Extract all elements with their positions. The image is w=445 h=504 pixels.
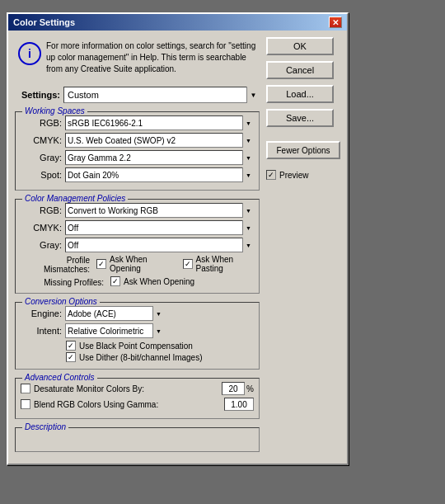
missing-ask-label: Ask When Opening xyxy=(124,277,194,286)
cancel-button[interactable]: Cancel xyxy=(266,61,334,79)
ok-button[interactable]: OK xyxy=(266,37,334,55)
black-point-row: ✓ Use Black Point Compensation xyxy=(21,341,254,351)
title-bar: Color Settings ✕ xyxy=(8,14,347,31)
preview-row: ✓ Preview xyxy=(266,170,340,180)
info-row: i For more information on color settings… xyxy=(15,37,260,78)
policy-cmyk-label: CMYK: xyxy=(21,223,62,233)
desaturate-input[interactable] xyxy=(222,382,245,395)
description-group: Description xyxy=(15,427,260,452)
policy-rgb-row: RGB: Convert to Working RGB ▼ xyxy=(21,203,254,218)
settings-label: Settings: xyxy=(15,90,60,100)
working-spaces-group: Working Spaces RGB: sRGB IEC61966-2.1 ▼ … xyxy=(15,111,260,191)
spot-label: Spot: xyxy=(21,170,62,180)
rgb-select-wrapper: sRGB IEC61966-2.1 ▼ xyxy=(65,115,254,130)
rgb-row: RGB: sRGB IEC61966-2.1 ▼ xyxy=(21,115,254,130)
ask-pasting-checkbox[interactable]: ✓ xyxy=(183,259,193,269)
info-icon: i xyxy=(18,42,41,65)
preview-label: Preview xyxy=(279,171,309,180)
policy-cmyk-row: CMYK: Off ▼ xyxy=(21,220,254,235)
spot-row: Spot: Dot Gain 20% ▼ xyxy=(21,167,254,182)
dither-checkbox[interactable]: ✓ xyxy=(66,352,76,362)
policy-rgb-select[interactable]: Convert to Working RGB xyxy=(65,203,254,218)
engine-wrapper: Adobe (ACE) ▼ xyxy=(65,306,164,321)
black-point-label: Use Black Point Compensation xyxy=(79,341,193,351)
color-settings-dialog: Color Settings ✕ i For more information … xyxy=(7,12,349,465)
color-management-group: Color Management Policies RGB: Convert t… xyxy=(15,199,260,294)
ask-opening-label: Ask When Opening xyxy=(110,255,171,273)
ask-pasting-checkbox-row: ✓ Ask When Pasting xyxy=(183,255,254,273)
intent-wrapper: Relative Colorimetric ▼ xyxy=(65,323,164,338)
working-spaces-label: Working Spaces xyxy=(22,106,87,115)
missing-profiles-label: Missing Profiles: xyxy=(26,278,104,287)
profile-mismatches-row: Profile Mismatches: ✓ Ask When Opening ✓… xyxy=(21,255,254,275)
policy-cmyk-wrapper: Off ▼ xyxy=(65,220,254,235)
dialog-body: i For more information on color settings… xyxy=(8,31,347,464)
black-point-checkbox[interactable]: ✓ xyxy=(66,341,76,351)
intent-select[interactable]: Relative Colorimetric xyxy=(65,323,164,338)
missing-profiles-row: Missing Profiles: ✓ Ask When Opening xyxy=(21,276,254,288)
cmyk-row: CMYK: U.S. Web Coated (SWOP) v2 ▼ xyxy=(21,133,254,148)
right-panel: OK Cancel Load... Save... Fewer Options … xyxy=(266,37,340,457)
intent-row: Intent: Relative Colorimetric ▼ xyxy=(21,323,254,338)
gray-select-wrapper: Gray Gamma 2.2 ▼ xyxy=(65,150,254,165)
conversion-label: Conversion Options xyxy=(22,297,100,306)
engine-select[interactable]: Adobe (ACE) xyxy=(65,306,164,321)
gray-select[interactable]: Gray Gamma 2.2 xyxy=(65,150,254,165)
cmyk-select-wrapper: U.S. Web Coated (SWOP) v2 ▼ xyxy=(65,133,254,148)
blend-input[interactable] xyxy=(224,398,254,411)
cmyk-label: CMYK: xyxy=(21,135,62,145)
desaturate-checkbox[interactable] xyxy=(21,384,30,393)
desaturate-row: Desaturate Monitor Colors By: % xyxy=(21,382,254,395)
gray-row: Gray: Gray Gamma 2.2 ▼ xyxy=(21,150,254,165)
engine-label: Engine: xyxy=(21,309,62,318)
engine-row: Engine: Adobe (ACE) ▼ xyxy=(21,306,254,321)
policy-rgb-label: RGB: xyxy=(21,205,62,215)
cmyk-select[interactable]: U.S. Web Coated (SWOP) v2 xyxy=(65,133,254,148)
spot-select-wrapper: Dot Gain 20% ▼ xyxy=(65,167,254,182)
missing-ask-checkbox-row: ✓ Ask When Opening xyxy=(110,276,194,286)
color-management-label: Color Management Policies xyxy=(22,194,128,203)
left-panel: i For more information on color settings… xyxy=(15,37,260,457)
settings-row: Settings: Custom ▼ xyxy=(15,87,260,103)
dither-row: ✓ Use Dither (8-bit/channel Images) xyxy=(21,352,254,362)
advanced-label: Advanced Controls xyxy=(22,373,97,382)
missing-ask-checkbox[interactable]: ✓ xyxy=(110,276,120,286)
rgb-label: RGB: xyxy=(21,118,62,128)
policy-cmyk-select[interactable]: Off xyxy=(65,220,254,235)
policy-gray-row: Gray: Off ▼ xyxy=(21,238,254,252)
description-label: Description xyxy=(22,422,68,431)
fewer-options-button[interactable]: Fewer Options xyxy=(266,141,340,159)
settings-select[interactable]: Custom xyxy=(63,87,260,103)
load-button[interactable]: Load... xyxy=(266,85,334,103)
desaturate-percent: % xyxy=(246,384,254,393)
policy-gray-label: Gray: xyxy=(21,240,62,250)
preview-checkbox[interactable]: ✓ xyxy=(266,170,276,180)
ask-pasting-label: Ask When Pasting xyxy=(196,255,254,273)
ask-opening-checkbox-row: ✓ Ask When Opening xyxy=(96,255,171,273)
blend-checkbox[interactable] xyxy=(21,399,30,409)
conversion-group: Conversion Options Engine: Adobe (ACE) ▼… xyxy=(15,302,260,370)
policy-gray-wrapper: Off ▼ xyxy=(65,238,254,252)
gray-label: Gray: xyxy=(21,153,62,163)
settings-select-wrapper: Custom ▼ xyxy=(63,87,260,103)
close-button[interactable]: ✕ xyxy=(329,16,342,28)
dialog-title: Color Settings xyxy=(13,17,75,27)
rgb-select[interactable]: sRGB IEC61966-2.1 xyxy=(65,115,254,130)
save-button[interactable]: Save... xyxy=(266,109,334,127)
dither-label: Use Dither (8-bit/channel Images) xyxy=(79,353,203,362)
policy-rgb-wrapper: Convert to Working RGB ▼ xyxy=(65,203,254,218)
spot-select[interactable]: Dot Gain 20% xyxy=(65,167,254,182)
blend-label: Blend RGB Colors Using Gamma: xyxy=(34,400,224,409)
profile-mismatches-label: Profile Mismatches: xyxy=(21,256,90,274)
blend-row: Blend RGB Colors Using Gamma: xyxy=(21,398,254,411)
desaturate-label: Desaturate Monitor Colors By: xyxy=(34,384,222,393)
policy-gray-select[interactable]: Off xyxy=(65,238,254,252)
info-text: For more information on color settings, … xyxy=(46,40,256,75)
intent-label: Intent: xyxy=(21,326,62,336)
advanced-group: Advanced Controls Desaturate Monitor Col… xyxy=(15,378,260,419)
ask-opening-checkbox[interactable]: ✓ xyxy=(96,259,106,269)
